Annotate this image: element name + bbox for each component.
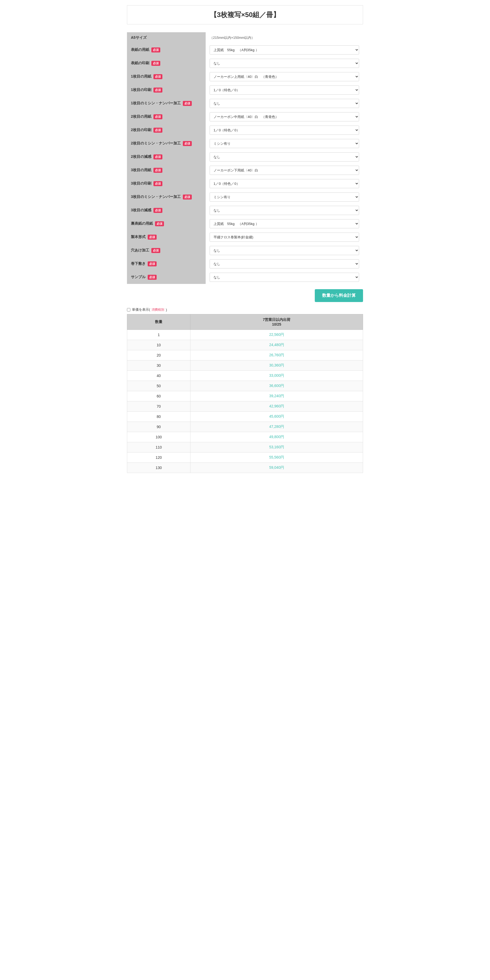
required-badge-sheet3-machine: 必須: [183, 194, 192, 199]
unit-price-label-end: ): [166, 308, 167, 312]
select-sheet2-paper[interactable]: ノーカーボン中用紙〈40〉白 （青発色）: [209, 112, 359, 121]
required-badge-sheet1-machine: 必須: [183, 101, 192, 106]
label-sheet3-paper: 3枚目の用紙必須: [127, 164, 206, 177]
select-sheet1-print[interactable]: 1／0（特色／0）: [209, 86, 359, 95]
select-cover-paper[interactable]: 上質紙 55kg （A判35kg ）: [209, 45, 359, 54]
select-sheet2-reduce[interactable]: なし: [209, 152, 359, 162]
label-sheet1-paper: 1枚目の用紙必須: [127, 70, 206, 83]
value-sheet3-print[interactable]: 1／0（特色／0）: [206, 177, 363, 190]
label-sheet2-reduce: 2枚目の減感必須: [127, 150, 206, 164]
select-sample[interactable]: なし: [209, 273, 359, 282]
required-badge-sheet2-print: 必須: [153, 128, 162, 133]
value-sheet2-machine[interactable]: ミシン有り: [206, 137, 363, 150]
label-sheet1-machine: 1枚目のミシン・ナンバー加工必須: [127, 97, 206, 110]
table-row: 120: [127, 452, 190, 463]
label-sheet2-machine: 2枚目のミシン・ナンバー加工必須: [127, 137, 206, 150]
value-cover-paper[interactable]: 上質紙 55kg （A判35kg ）: [206, 43, 363, 57]
table-row: 40: [127, 371, 190, 381]
value-a5-size: （215mm以内×150mm以内）: [206, 32, 363, 43]
label-a5-size: A5サイズ: [127, 32, 206, 43]
required-badge-cover-print: 必須: [152, 61, 160, 66]
select-sheet3-paper[interactable]: ノーカーボン下用紙〈40〉白: [209, 166, 359, 175]
table-row: 42,960円: [190, 401, 363, 412]
select-sheet2-print[interactable]: 1／0（特色／0）: [209, 126, 359, 135]
form-table: A5サイズ（215mm以内×150mm以内）表紙の用紙必須上質紙 55kg （A…: [127, 32, 363, 284]
table-row: 30,360円: [190, 361, 363, 371]
value-binding[interactable]: 平綴クロス巻製本(針金綴): [206, 231, 363, 244]
label-sheet3-reduce: 3枚目の減感必須: [127, 204, 206, 217]
table-row: 55,560円: [190, 452, 363, 463]
table-row: 110: [127, 442, 190, 452]
col-qty-header: 数量: [127, 314, 190, 330]
table-row: 70: [127, 401, 190, 412]
table-row: 30: [127, 361, 190, 371]
value-sheet3-paper[interactable]: ノーカーボン下用紙〈40〉白: [206, 164, 363, 177]
table-row: 47,280円: [190, 422, 363, 432]
select-back-paper[interactable]: 上質紙 55kg （A判35kg ）: [209, 219, 359, 228]
label-sheet1-print: 1枚目の印刷必須: [127, 83, 206, 97]
select-binding[interactable]: 平綴クロス巻製本(針金綴): [209, 232, 359, 242]
value-sample[interactable]: なし: [206, 270, 363, 284]
required-badge-sheet3-paper: 必須: [153, 168, 162, 173]
select-cover-print[interactable]: なし: [209, 59, 359, 68]
required-badge-back-paper: 必須: [155, 221, 164, 226]
value-sheet2-reduce[interactable]: なし: [206, 150, 363, 164]
value-sheet3-machine[interactable]: ミシン有り: [206, 190, 363, 204]
select-sheet1-machine[interactable]: なし: [209, 99, 359, 108]
select-hole[interactable]: なし: [209, 246, 359, 255]
table-row: 90: [127, 422, 190, 432]
required-badge-binding: 必須: [148, 235, 156, 240]
unit-price-checkbox[interactable]: [127, 308, 130, 312]
table-row: 1: [127, 330, 190, 340]
value-back-paper[interactable]: 上質紙 55kg （A判35kg ）: [206, 217, 363, 231]
value-sheet2-print[interactable]: 1／0（特色／0）: [206, 124, 363, 137]
table-row: 26,760円: [190, 350, 363, 361]
calc-button[interactable]: 数量から料金計算: [315, 289, 363, 302]
label-back-paper: 裏表紙の用紙必須: [127, 217, 206, 231]
required-badge-sheet3-print: 必須: [153, 181, 162, 186]
tax-note: 消費税別: [152, 307, 164, 312]
label-sheet2-print: 2枚目の印刷必須: [127, 124, 206, 137]
table-row: 33,000円: [190, 371, 363, 381]
table-row: 80: [127, 412, 190, 422]
required-badge-sample: 必須: [148, 275, 156, 280]
value-sheet1-paper[interactable]: ノーカーボン上用紙〈40〉白 （青発色）: [206, 70, 363, 83]
select-sheet3-reduce[interactable]: なし: [209, 206, 359, 215]
col-delivery-header: 7営業日以内出荷 10/25: [190, 314, 363, 330]
select-sheet1-paper[interactable]: ノーカーボン上用紙〈40〉白 （青発色）: [209, 72, 359, 81]
value-cover-print[interactable]: なし: [206, 57, 363, 70]
table-row: 50: [127, 381, 190, 391]
value-sheet2-paper[interactable]: ノーカーボン中用紙〈40〉白 （青発色）: [206, 110, 363, 124]
table-row: 36,600円: [190, 381, 363, 391]
value-sheet1-machine[interactable]: なし: [206, 97, 363, 110]
table-row: 59,040円: [190, 463, 363, 473]
label-cover-print: 表紙の印刷必須: [127, 57, 206, 70]
label-sheet3-machine: 3枚目のミシン・ナンバー加工必須: [127, 190, 206, 204]
select-sheet3-machine[interactable]: ミシン有り: [209, 192, 359, 202]
table-row: 22,560円: [190, 330, 363, 340]
value-sheet1-print[interactable]: 1／0（特色／0）: [206, 83, 363, 97]
table-row: 10: [127, 340, 190, 350]
label-hole: 穴あけ加工必須: [127, 244, 206, 257]
price-table: 数量 7営業日以内出荷 10/25 122,560円1024,480円2026,…: [127, 314, 363, 473]
label-sheet2-paper: 2枚目の用紙必須: [127, 110, 206, 124]
required-badge-sheet2-reduce: 必須: [153, 154, 162, 159]
select-underlay[interactable]: なし: [209, 259, 359, 269]
table-row: 53,160円: [190, 442, 363, 452]
table-row: 39,240円: [190, 391, 363, 401]
label-underlay: 巻下敷き必須: [127, 257, 206, 270]
calc-btn-row: 数量から料金計算: [127, 289, 363, 302]
table-row: 130: [127, 463, 190, 473]
required-badge-sheet3-reduce: 必須: [153, 208, 162, 213]
select-sheet2-machine[interactable]: ミシン有り: [209, 139, 359, 148]
label-binding: 製本形式必須: [127, 231, 206, 244]
unit-price-row: 単価を表示(消費税別): [127, 307, 363, 312]
required-badge-sheet2-paper: 必須: [153, 114, 162, 119]
value-hole[interactable]: なし: [206, 244, 363, 257]
value-sheet3-reduce[interactable]: なし: [206, 204, 363, 217]
required-badge-hole: 必須: [152, 248, 160, 253]
label-cover-paper: 表紙の用紙必須: [127, 43, 206, 57]
value-underlay[interactable]: なし: [206, 257, 363, 270]
select-sheet3-print[interactable]: 1／0（特色／0）: [209, 179, 359, 188]
required-badge-cover-paper: 必須: [152, 48, 160, 52]
